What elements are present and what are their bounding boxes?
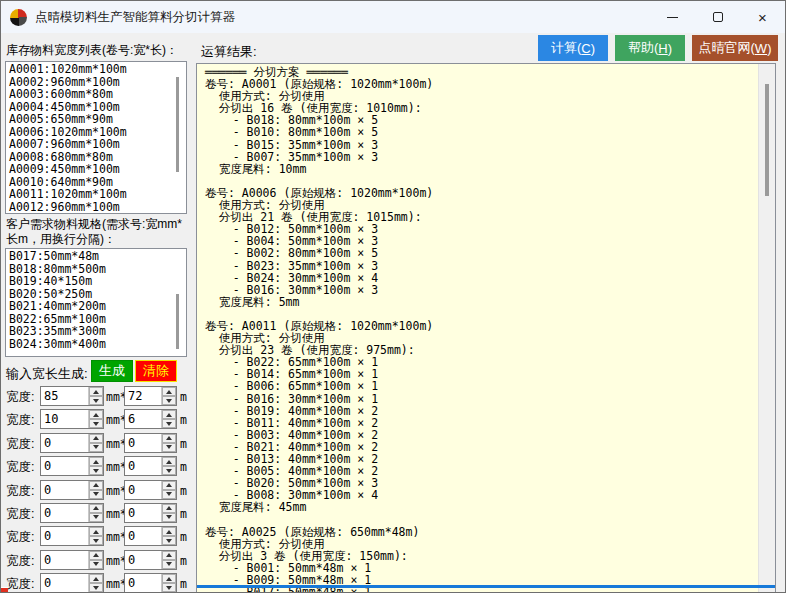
spin-down-button[interactable]	[162, 536, 176, 545]
unit-m-label: m	[180, 390, 187, 404]
spin-down-button[interactable]	[162, 419, 176, 428]
stock-list-label: 库存物料宽度列表(卷号:宽*长)：	[6, 42, 178, 59]
stock-scrollbar-thumb[interactable]	[176, 77, 179, 172]
width-input[interactable]	[41, 457, 88, 475]
arrow-down-icon	[93, 586, 99, 590]
spin-up-button[interactable]	[162, 504, 176, 513]
spin-up-button[interactable]	[89, 387, 103, 396]
spin-up-button[interactable]	[162, 527, 176, 536]
arrow-down-icon	[93, 539, 99, 543]
length-input[interactable]	[125, 434, 161, 452]
length-input[interactable]	[125, 457, 161, 475]
stock-listbox[interactable]: A0001:1020mm*100mA0002:960mm*100mA0003:6…	[5, 61, 187, 214]
spin-up-button[interactable]	[162, 457, 176, 466]
arrow-up-icon	[93, 390, 99, 394]
list-item[interactable]: B019:40*150m	[9, 275, 186, 288]
unit-m-label: m	[180, 554, 187, 568]
calculate-button[interactable]: 计算(C)	[538, 35, 608, 61]
spin-up-button[interactable]	[162, 574, 176, 583]
width-input[interactable]	[41, 574, 88, 592]
spin-down-button[interactable]	[162, 396, 176, 405]
length-input[interactable]	[125, 574, 161, 592]
spin-up-button[interactable]	[162, 410, 176, 419]
length-input[interactable]	[125, 387, 161, 405]
spin-up-button[interactable]	[162, 434, 176, 443]
maximize-button[interactable]	[695, 1, 740, 33]
bottom-divider-line	[197, 585, 775, 588]
width-input[interactable]	[41, 504, 88, 522]
length-input[interactable]	[125, 551, 161, 569]
spin-up-button[interactable]	[89, 457, 103, 466]
arrow-up-icon	[166, 413, 172, 417]
minimize-button[interactable]	[650, 1, 695, 33]
demand-list-label: 客户需求物料规格(需求号:宽mm*长m，用换行分隔)：	[6, 217, 189, 246]
list-item[interactable]: A0001:1020mm*100m	[9, 63, 186, 76]
close-button[interactable]: ×	[740, 1, 785, 33]
spin-up-button[interactable]	[162, 481, 176, 490]
spin-up-button[interactable]	[89, 410, 103, 419]
arrow-down-icon	[166, 515, 172, 519]
list-item[interactable]: A0003:600mm*80m	[9, 88, 186, 101]
width-input[interactable]	[41, 410, 88, 428]
spin-down-button[interactable]	[89, 490, 103, 499]
spin-up-button[interactable]	[89, 481, 103, 490]
list-item[interactable]: B021:40mm*200m	[9, 300, 186, 313]
app-logo-icon	[10, 9, 27, 26]
length-input[interactable]	[125, 410, 161, 428]
spin-down-button[interactable]	[89, 443, 103, 452]
length-input[interactable]	[125, 504, 161, 522]
spin-up-button[interactable]	[162, 387, 176, 396]
width-input-rows: 宽度: mm* m 宽度: mm*	[1, 386, 191, 593]
list-item[interactable]: A0012:960mm*100m	[9, 201, 186, 214]
arrow-up-icon	[166, 436, 172, 440]
demand-listbox[interactable]: B017:50mm*48mB018:80mm*500mB019:40*150mB…	[5, 248, 187, 357]
demand-scrollbar-thumb[interactable]	[176, 294, 179, 349]
arrow-up-icon	[93, 553, 99, 557]
spin-down-button[interactable]	[162, 560, 176, 569]
spin-down-button[interactable]	[89, 583, 103, 592]
width-input-row: 宽度: mm* m	[1, 573, 191, 593]
help-button[interactable]: 帮助(H)	[615, 35, 685, 61]
list-item[interactable]: B024:30mm*400m	[9, 338, 186, 351]
spin-down-button[interactable]	[162, 443, 176, 452]
spin-up-button[interactable]	[89, 434, 103, 443]
official-site-button[interactable]: 点晴官网(W)	[692, 35, 778, 61]
spin-down-button[interactable]	[89, 396, 103, 405]
result-scrollbar[interactable]	[758, 64, 775, 593]
spin-up-button[interactable]	[162, 551, 176, 560]
width-input-row: 宽度: mm* m	[1, 433, 191, 453]
length-input[interactable]	[125, 481, 161, 499]
width-input[interactable]	[41, 387, 88, 405]
width-input[interactable]	[41, 481, 88, 499]
result-scrollbar-thumb[interactable]	[765, 84, 769, 196]
width-input[interactable]	[41, 551, 88, 569]
list-item[interactable]: A0007:960mm*100m	[9, 138, 186, 151]
unit-m-label: m	[180, 413, 187, 427]
arrow-up-icon	[93, 530, 99, 534]
list-item[interactable]: B023:35mm*300m	[9, 325, 186, 338]
list-item[interactable]: B017:50mm*48m	[9, 250, 186, 263]
spin-down-button[interactable]	[162, 513, 176, 522]
result-textarea[interactable]: ══════ 分切方案 ══════ 卷号: A0001 (原始规格: 1020…	[197, 64, 758, 593]
spin-down-button[interactable]	[89, 536, 103, 545]
spin-down-button[interactable]	[89, 419, 103, 428]
spin-down-button[interactable]	[162, 583, 176, 592]
spin-down-button[interactable]	[89, 466, 103, 475]
spin-down-button[interactable]	[162, 466, 176, 475]
clear-button[interactable]: 清除	[135, 360, 177, 382]
spin-down-button[interactable]	[162, 490, 176, 499]
width-input[interactable]	[41, 527, 88, 545]
list-item[interactable]: A0005:650mm*90m	[9, 113, 186, 126]
spin-up-button[interactable]	[89, 551, 103, 560]
spin-down-button[interactable]	[89, 560, 103, 569]
spin-up-button[interactable]	[89, 574, 103, 583]
spin-down-button[interactable]	[89, 513, 103, 522]
length-input[interactable]	[125, 527, 161, 545]
app-window: 点晴模切料生产智能算料分切计算器 × 库存物料宽度列表(卷号:宽*长)： A00…	[0, 0, 786, 593]
length-spinner	[124, 550, 177, 570]
generate-button[interactable]: 生成	[91, 360, 133, 382]
width-row-label: 宽度:	[6, 483, 34, 500]
spin-up-button[interactable]	[89, 527, 103, 536]
width-input[interactable]	[41, 434, 88, 452]
spin-up-button[interactable]	[89, 504, 103, 513]
